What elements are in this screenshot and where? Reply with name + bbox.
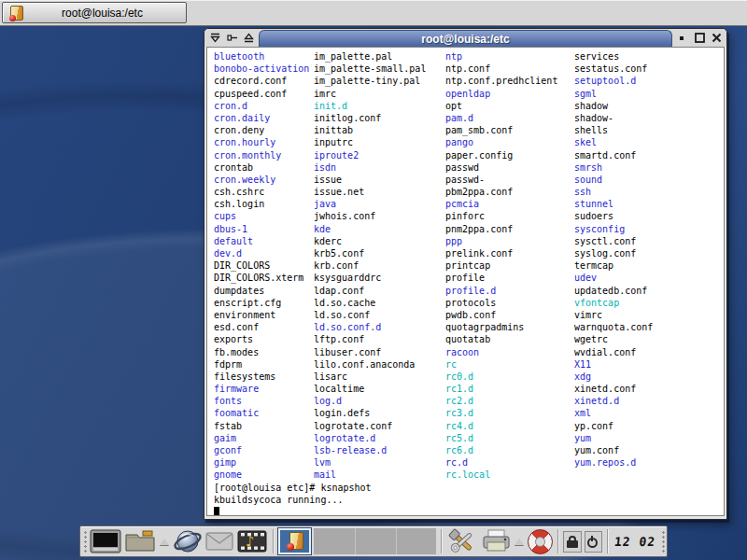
file-listing-row: cupsjwhois.confpinforcsudoers: [214, 210, 724, 222]
terminal-window: root@louisa:/etc bluetoothim_palette.pal…: [204, 28, 727, 520]
eject-icon[interactable]: [241, 31, 256, 45]
file-listing-row: filesystemslisarcrc0.dxdg: [214, 371, 724, 383]
file-listing-row: fdprmlilo.conf.anacondarcX11: [214, 358, 724, 371]
titlebar-left-buttons: [204, 29, 259, 47]
file-listing-row: dev.dkrb5.confprelink.confsyslog.conf: [214, 247, 724, 259]
panel-grip-right[interactable]: [660, 529, 665, 553]
multimedia-icon[interactable]: ♪: [236, 528, 268, 554]
file-listing-row: cron.weeklyissuepasswd-sound: [214, 174, 724, 186]
file-listing-row: fontslog.drc2.dxinetd.d: [214, 395, 724, 407]
file-listing-row: firmwarelocaltimerc1.dxinetd.conf: [214, 383, 724, 395]
panel-separator: [441, 529, 442, 553]
file-listing: bluetoothim_palette.palntpservicesbonobo…: [214, 50, 724, 482]
active-task-button[interactable]: [278, 528, 312, 554]
konsole-icon: [286, 531, 304, 552]
panel-separator: [607, 529, 608, 553]
file-listing-row: fstablogrotate.confrc4.dyp.conf: [214, 420, 724, 432]
minimize-icon[interactable]: [675, 31, 690, 45]
file-listing-row: esd.confld.so.conf.dquotagrpadminswarnqu…: [214, 321, 724, 333]
desktop: { "topbar": { "task_label": "root@louisa…: [0, 0, 747, 560]
file-listing-row: cron.dinit.doptshadow: [214, 100, 724, 112]
file-listing-row: fb.modeslibuser.confracoonwvdial.conf: [214, 346, 724, 358]
close-icon[interactable]: [709, 31, 724, 45]
konsole-icon: [8, 5, 24, 21]
maximize-icon[interactable]: [692, 31, 707, 45]
browser-globe-icon[interactable]: [173, 527, 203, 555]
file-listing-row: csh.loginjavapcmciastunnel: [214, 198, 724, 210]
pin-icon[interactable]: [224, 31, 239, 45]
empty-task-slots: [314, 528, 436, 554]
svg-text:♪: ♪: [246, 533, 255, 550]
file-listing-row: gnomemailrc.local: [214, 469, 724, 481]
lock-icon[interactable]: [563, 531, 581, 553]
file-listing-row: gconflsb-release.drc6.dyum.conf: [214, 444, 724, 456]
file-listing-row: dumpdatesldap.confprofile.dupdatedb.conf: [214, 285, 724, 297]
taskbar-task-button[interactable]: root@louisa:/etc: [2, 2, 187, 23]
printer-icon[interactable]: [481, 528, 511, 554]
file-listing-row: DIR_COLORS.xtermksysguarddrcprofileudev: [214, 272, 724, 284]
window-titlebar[interactable]: root@louisa:/etc: [204, 29, 726, 47]
window-title: root@louisa:/etc: [259, 30, 672, 47]
task-button-label: root@louisa:/etc: [24, 7, 180, 20]
terminal-icon[interactable]: [90, 528, 121, 554]
file-listing-row: exportslftp.confquotatabwgetrc: [214, 333, 724, 345]
power-icon[interactable]: [585, 531, 602, 553]
file-listing-row: foomaticlogin.defsrc3.dxml: [214, 407, 724, 419]
help-lifebuoy-icon[interactable]: [528, 529, 553, 554]
panel-separator: [557, 529, 558, 553]
file-listing-row: crontabisdnpasswdsmrsh: [214, 161, 724, 174]
terminal-screen[interactable]: bluetoothim_palette.palntpservicesbonobo…: [206, 47, 725, 516]
file-listing-row: enscript.cfgld.so.cacheprotocolsvfontcap: [214, 297, 724, 309]
top-taskbar: root@louisa:/etc: [0, 0, 747, 26]
titlebar-right-buttons: [672, 29, 726, 47]
file-listing-row: cron.dailyinitlog.confpam.dshadow-: [214, 112, 724, 124]
file-listing-row: defaultkdercpppsysctl.conf: [214, 235, 724, 247]
bottom-panel: ♪: [79, 525, 668, 557]
panel-separator: [273, 529, 274, 553]
file-listing-row: dbus-1kdepnm2ppa.confsysconfig: [214, 223, 724, 235]
up-arrow-icon[interactable]: [160, 539, 169, 545]
file-listing-row: cron.hourlyinputrcpangoskel: [214, 136, 724, 148]
folder-icon[interactable]: [124, 529, 156, 553]
shade-icon[interactable]: [207, 31, 222, 45]
tools-icon[interactable]: [446, 527, 478, 555]
file-listing-row: environmentld.so.confpwdb.confvimrc: [214, 309, 724, 321]
file-listing-row: DIR_COLORSkrb.confprintcaptermcap: [214, 259, 724, 272]
terminal-cursor: [214, 507, 219, 516]
status-line: kbuildsycoca running...: [214, 494, 724, 506]
file-listing-row: gaimlogrotate.drc5.dyum: [214, 432, 724, 444]
panel-grip-left[interactable]: [82, 529, 87, 553]
file-listing-row: cpuspeed.confimrcopenldapsgml: [214, 88, 724, 100]
panel-clock[interactable]: 12 02: [612, 535, 658, 549]
prompt-line: [root@louisa etc]# ksnapshot: [214, 482, 724, 494]
file-listing-row: cron.monthlyiproute2paper.configsmartd.c…: [214, 149, 724, 161]
file-listing-row: bluetoothim_palette.palntpservices: [214, 50, 724, 63]
mail-icon[interactable]: [205, 531, 233, 552]
file-listing-row: cron.denyinittabpam_smb.confshells: [214, 124, 724, 136]
up-arrow-icon[interactable]: [514, 539, 524, 545]
file-listing-row: gimplvmrc.dyum.repos.d: [214, 456, 724, 469]
file-listing-row: cdrecord.confim_palette-tiny.palntp.conf…: [214, 75, 724, 87]
file-listing-row: bonobo-activationim_palette-small.palntp…: [214, 63, 724, 75]
file-listing-row: csh.cshrcissue.netpbm2ppa.confssh: [214, 186, 724, 198]
